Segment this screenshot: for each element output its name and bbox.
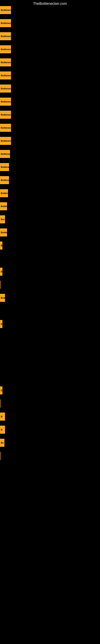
bottleneck-bar-5[interactable]: Bottleneck resul — [0, 72, 11, 80]
bottleneck-bar-label-10: Bottleneck resul — [1, 140, 11, 142]
bottleneck-bar-13[interactable]: Bottleneck r — [0, 176, 9, 184]
bottleneck-bar-25[interactable]: B — [0, 412, 5, 420]
bottleneck-bar-23[interactable]: E — [0, 386, 2, 394]
bottleneck-bar-label-13: Bottleneck r — [1, 179, 9, 181]
bottleneck-bar-2[interactable]: Bottleneck resul — [0, 32, 11, 40]
bottleneck-line-20 — [0, 281, 1, 289]
bottleneck-bar-19[interactable]: B — [0, 268, 2, 276]
bottleneck-bar-22[interactable]: E — [0, 320, 2, 328]
bottleneck-bar-3[interactable]: Bottleneck resul — [0, 45, 11, 53]
bottleneck-bar-label-8: Bottleneck resul — [1, 114, 11, 116]
bottleneck-bar-label-0: Bottleneck resul — [1, 9, 11, 11]
bottleneck-bar-label-4: Bottleneck resul — [1, 61, 11, 64]
bottleneck-bar-label-25: B — [1, 416, 2, 418]
bottleneck-bar-label-15: Bottlene — [1, 205, 7, 208]
bottleneck-bar-label-21: Bott — [1, 297, 5, 299]
bottleneck-bar-label-6: Bottleneck resul — [1, 87, 11, 90]
bottleneck-bar-1[interactable]: Bottleneck resul — [0, 19, 11, 27]
bottleneck-line-24 — [0, 400, 1, 408]
bottleneck-bar-label-23: E — [1, 389, 2, 392]
bottleneck-bar-label-22: E — [1, 323, 2, 325]
bottleneck-bar-7[interactable]: Bottleneck resul — [0, 98, 11, 106]
bottleneck-bar-label-26: B — [1, 428, 2, 431]
bottleneck-bar-14[interactable]: Bottleneck r — [0, 189, 8, 197]
bottleneck-bar-label-5: Bottleneck resul — [1, 74, 11, 77]
bottleneck-bar-label-27: Bo — [1, 442, 4, 444]
bottleneck-bar-9[interactable]: Bottleneck resul — [0, 124, 11, 132]
bottleneck-bar-label-1: Bottleneck resul — [1, 22, 11, 24]
bottleneck-bar-21[interactable]: Bott — [0, 294, 5, 302]
bottleneck-bar-label-7: Bottleneck resul — [1, 100, 11, 103]
bottleneck-bar-11[interactable]: Bottleneck res — [0, 150, 10, 158]
bottleneck-bar-16[interactable]: Bot — [0, 215, 5, 224]
bottleneck-bar-17[interactable]: Bottlen — [0, 228, 7, 236]
bottleneck-bar-label-17: Bottlen — [1, 231, 7, 234]
bottleneck-bar-label-2: Bottleneck resul — [1, 35, 11, 38]
bottleneck-bar-27[interactable]: Bo — [0, 439, 4, 447]
bottleneck-bar-10[interactable]: Bottleneck resul — [0, 137, 11, 145]
bottleneck-bar-8[interactable]: Bottleneck resul — [0, 111, 11, 119]
bottleneck-bar-26[interactable]: B — [0, 426, 5, 434]
bottleneck-bar-label-14: Bottleneck r — [1, 192, 8, 194]
bottleneck-bar-4[interactable]: Bottleneck resul — [0, 58, 11, 66]
bottleneck-bar-12[interactable]: Bottleneck r — [0, 163, 9, 171]
bottleneck-bar-label-12: Bottleneck r — [1, 166, 9, 168]
bottleneck-bar-label-9: Bottleneck resul — [1, 126, 11, 129]
bottleneck-bar-0[interactable]: Bottleneck resul — [0, 6, 11, 14]
site-title: TheBottlenecker.com — [0, 0, 100, 8]
bottleneck-bar-label-3: Bottleneck resul — [1, 48, 11, 50]
bottleneck-bar-label-11: Bottleneck res — [1, 153, 10, 155]
bottleneck-bar-label-19: B — [1, 270, 2, 273]
bottleneck-bar-6[interactable]: Bottleneck resul — [0, 84, 11, 92]
bottleneck-bar-18[interactable]: B — [0, 242, 2, 250]
bottleneck-bar-label-18: B — [1, 244, 2, 247]
bottleneck-bar-label-16: Bot — [1, 218, 4, 220]
bottleneck-line-28 — [0, 452, 1, 460]
bottleneck-bar-15[interactable]: Bottlene — [0, 202, 7, 210]
